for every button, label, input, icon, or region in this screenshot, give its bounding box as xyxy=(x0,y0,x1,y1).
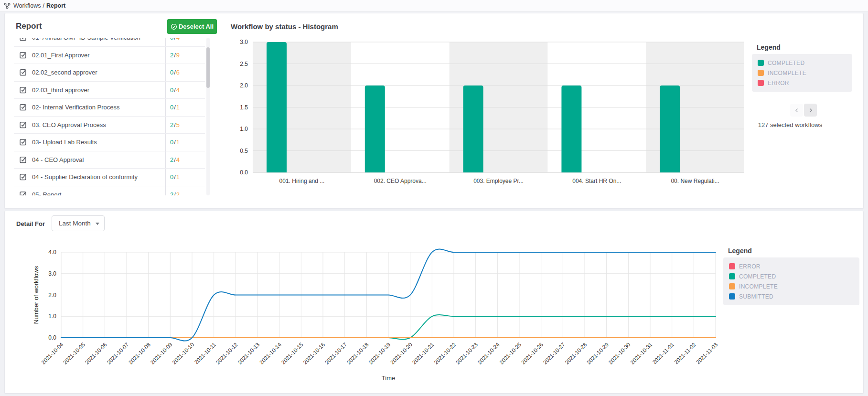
legend-title: Legend xyxy=(757,43,852,51)
workflow-count: 0/6 xyxy=(165,64,205,81)
svg-text:2021-10-19: 2021-10-19 xyxy=(367,342,391,365)
breadcrumb-section[interactable]: Workflows xyxy=(13,2,41,9)
legend-color-chip xyxy=(758,80,764,86)
workflow-name: 04 - Supplier Declaration of conformity xyxy=(32,173,165,181)
svg-text:2021-10-28: 2021-10-28 xyxy=(564,342,588,365)
checked-checkbox-icon[interactable] xyxy=(20,38,27,41)
svg-text:Number of workflows: Number of workflows xyxy=(32,266,40,324)
workflow-count: 2/2 xyxy=(165,186,205,196)
svg-text:2021-10-17: 2021-10-17 xyxy=(324,342,348,365)
svg-text:2021-10-16: 2021-10-16 xyxy=(302,342,326,365)
workflow-icon xyxy=(4,2,11,9)
legend-color-chip xyxy=(758,70,764,76)
workflow-row[interactable]: 02- Internal Verification Process0/1 xyxy=(14,99,205,117)
report-card: Report Deselect All 01- Annual GMP ID Sa… xyxy=(4,13,864,209)
workflow-name: 02.02_second approver xyxy=(32,69,165,76)
svg-text:2021-10-12: 2021-10-12 xyxy=(215,342,239,365)
workflow-count: 2/9 xyxy=(165,47,205,64)
svg-text:1.0: 1.0 xyxy=(240,126,248,132)
legend-item: COMPLETED xyxy=(729,271,854,281)
svg-text:2021-10-10: 2021-10-10 xyxy=(171,342,195,365)
checked-checkbox-icon[interactable] xyxy=(20,121,27,128)
svg-text:2021-10-11: 2021-10-11 xyxy=(193,342,217,365)
svg-text:2021-10-08: 2021-10-08 xyxy=(128,342,151,365)
selected-workflows-count: 127 selected workflows xyxy=(742,121,838,128)
svg-text:2021-10-27: 2021-10-27 xyxy=(542,342,566,365)
workflow-row[interactable]: 03- Upload Lab Results0/1 xyxy=(14,134,205,151)
workflows-over-time-chart: 0.01.02.03.04.02021-10-042021-10-052021-… xyxy=(29,237,727,393)
histogram-title: Workflow by status - Histogram xyxy=(231,22,338,31)
period-dropdown-value: Last Month xyxy=(59,220,91,227)
svg-text:2021-10-22: 2021-10-22 xyxy=(433,342,457,365)
workflow-row[interactable]: 02.01_First Approver2/9 xyxy=(14,47,205,64)
checked-checkbox-icon[interactable] xyxy=(20,86,27,94)
check-circle-icon xyxy=(171,23,177,30)
svg-text:2021-10-04: 2021-10-04 xyxy=(40,342,64,366)
legend-label: INCOMPLETE xyxy=(739,283,778,290)
svg-text:3.0: 3.0 xyxy=(240,39,248,45)
workflow-count: 2/4 xyxy=(165,151,205,169)
checked-checkbox-icon[interactable] xyxy=(20,139,27,146)
histogram-pager xyxy=(790,104,817,117)
workflow-count: 0/4 xyxy=(165,82,205,99)
legend-label: ERROR xyxy=(739,263,761,270)
workflow-row[interactable]: 05- Report2/2 xyxy=(14,186,205,196)
workflow-row[interactable]: 04 - Supplier Declaration of conformity0… xyxy=(14,169,205,186)
svg-text:2021-10-30: 2021-10-30 xyxy=(608,342,632,365)
legend-color-chip xyxy=(729,263,735,269)
checked-checkbox-icon[interactable] xyxy=(20,69,27,76)
workflow-row[interactable]: 03. CEO Approval Process2/5 xyxy=(14,117,205,134)
checked-checkbox-icon[interactable] xyxy=(20,173,27,181)
workflow-name: 02- Internal Verification Process xyxy=(32,104,165,111)
svg-text:2021-10-24: 2021-10-24 xyxy=(477,342,501,366)
workflow-count: 2/5 xyxy=(165,117,205,134)
legend-label: COMPLETED xyxy=(739,273,776,280)
checked-checkbox-icon[interactable] xyxy=(20,191,27,195)
checked-checkbox-icon[interactable] xyxy=(20,104,27,111)
legend-item: INCOMPLETE xyxy=(758,68,847,78)
legend-color-chip xyxy=(729,293,735,300)
svg-text:0.0: 0.0 xyxy=(240,169,248,176)
svg-text:3.0: 3.0 xyxy=(48,270,56,277)
svg-text:2021-10-23: 2021-10-23 xyxy=(455,342,479,365)
svg-text:1.5: 1.5 xyxy=(240,104,248,111)
legend-label: INCOMPLETE xyxy=(768,70,806,76)
workflow-count: 0/1 xyxy=(165,99,205,116)
svg-text:2021-11-01: 2021-11-01 xyxy=(652,342,675,365)
svg-text:1.0: 1.0 xyxy=(48,313,56,320)
svg-text:2021-11-02: 2021-11-02 xyxy=(673,342,697,365)
chevron-left-icon xyxy=(794,107,800,113)
legend-item: COMPLETED xyxy=(758,58,847,68)
status-histogram-chart: 0.00.51.01.52.02.53.0001. Hiring and ...… xyxy=(225,36,755,199)
workflow-name: 03. CEO Approval Process xyxy=(32,121,165,128)
workflow-row[interactable]: 01- Annual GMP ID Sample Verification0/4 xyxy=(14,38,205,47)
legend-color-chip xyxy=(758,60,764,66)
workflow-row[interactable]: 04 - CEO Approval2/4 xyxy=(14,151,205,169)
workflow-list: 01- Annual GMP ID Sample Verification0/4… xyxy=(14,38,205,195)
svg-text:2.0: 2.0 xyxy=(48,292,56,299)
workflow-list-scrollbar[interactable] xyxy=(206,38,210,195)
svg-text:0.0: 0.0 xyxy=(48,334,56,341)
workflow-name: 02.03_third approver xyxy=(32,86,165,94)
detail-card: Detail For Last Month 0.01.02.03.04.0202… xyxy=(4,211,864,394)
period-dropdown[interactable]: Last Month xyxy=(52,215,105,231)
checked-checkbox-icon[interactable] xyxy=(20,52,27,59)
deselect-all-button[interactable]: Deselect All xyxy=(167,19,217,34)
scrollbar-thumb[interactable] xyxy=(206,47,210,88)
svg-text:2021-10-18: 2021-10-18 xyxy=(346,342,370,365)
next-page-button[interactable] xyxy=(804,104,817,117)
breadcrumb-current: Report xyxy=(46,2,65,9)
histogram-legend: Legend COMPLETEDINCOMPLETEERROR xyxy=(752,43,852,92)
svg-text:2021-10-29: 2021-10-29 xyxy=(586,342,610,365)
svg-text:003. Employee Pr...: 003. Employee Pr... xyxy=(473,178,524,184)
legend-label: ERROR xyxy=(768,80,789,86)
workflow-row[interactable]: 02.03_third approver0/4 xyxy=(14,82,205,99)
previous-page-button[interactable] xyxy=(790,104,803,117)
legend-color-chip xyxy=(729,273,735,279)
workflow-row[interactable]: 02.02_second approver0/6 xyxy=(14,64,205,82)
svg-text:001. Hiring and ...: 001. Hiring and ... xyxy=(279,178,325,184)
svg-text:2021-10-13: 2021-10-13 xyxy=(236,342,260,365)
line-chart-legend: Legend ERRORCOMPLETEDINCOMPLETESUBMITTED xyxy=(723,247,859,305)
checked-checkbox-icon[interactable] xyxy=(20,156,27,163)
svg-text:2021-10-09: 2021-10-09 xyxy=(150,342,173,365)
